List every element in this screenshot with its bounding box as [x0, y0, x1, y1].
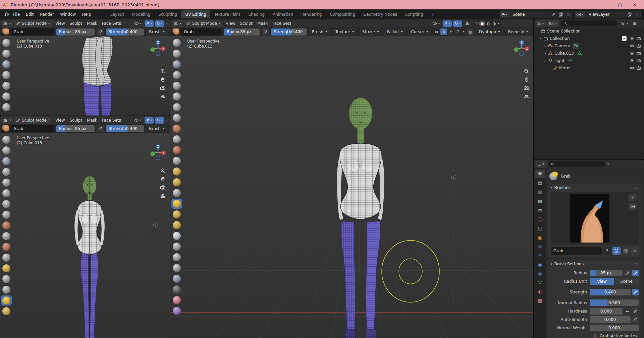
pin-scene-icon[interactable] [549, 11, 557, 18]
scene-name[interactable]: Scene [509, 12, 549, 17]
viewport-menu-item[interactable]: View [53, 20, 67, 26]
hardness-invert-icon[interactable]: ↔ [624, 308, 631, 315]
header-overflow-arrow[interactable]: ‹ [165, 118, 168, 123]
navigation-gizmo[interactable] [149, 143, 167, 161]
shading-material-icon[interactable]: ◐ [485, 21, 491, 26]
camera-view-icon[interactable] [160, 185, 166, 190]
brush-name-field[interactable]: Grab [11, 125, 54, 132]
brush-tool-icon[interactable] [171, 252, 182, 262]
outliner-row[interactable]: ▾ Collection [534, 35, 644, 42]
brush-tool-icon[interactable] [171, 59, 182, 69]
brush-tool-icon[interactable] [1, 81, 12, 91]
brush-tool-icon[interactable] [171, 102, 182, 112]
outliner-row[interactable]: Scene Collection [534, 27, 644, 35]
menu-item[interactable]: Window [57, 11, 79, 18]
brush-tool-icon[interactable] [171, 38, 182, 48]
properties-tab-icon[interactable]: ◎ [535, 269, 545, 278]
brush-tool-icon[interactable] [1, 178, 12, 188]
gizmo-toggle[interactable]: ↻ [155, 117, 164, 124]
radius-pressure-icon[interactable] [624, 270, 631, 276]
workspace-tab[interactable]: Shading [244, 10, 269, 18]
properties-tab-icon[interactable]: ◐ [535, 287, 545, 296]
brush-tool-icon[interactable] [171, 306, 182, 316]
view-layer-browse-button[interactable] [575, 11, 585, 18]
menu-item[interactable]: Help [79, 11, 94, 18]
duplicate-brush-button[interactable] [622, 247, 630, 255]
overlays-toggle[interactable] [464, 20, 471, 27]
viewport-menu-item[interactable]: Sculpt [67, 20, 84, 26]
zoom-icon[interactable] [160, 168, 166, 174]
strength-slider[interactable]: Strength0.400 [271, 28, 307, 36]
tool-dropdown[interactable]: Texture [332, 28, 357, 36]
unlink-brush-button[interactable] [631, 247, 639, 255]
gizmo-toggle[interactable]: ↻ [453, 20, 462, 27]
mode-dropdown[interactable]: Sculpt Mode [184, 20, 222, 27]
snap-toggle[interactable]: ↗ [443, 20, 452, 27]
brush-tool-icon[interactable] [1, 59, 12, 69]
expand-arrow[interactable]: ▸ [543, 44, 547, 48]
mode-dropdown[interactable]: Sculpt Mode [14, 117, 52, 124]
brush-tool-icon[interactable] [1, 285, 12, 295]
viewport-menu-item[interactable]: Sculpt [237, 20, 255, 26]
brush-tool-icon[interactable] [1, 306, 12, 316]
properties-options-dropdown[interactable] [607, 163, 609, 165]
properties-tab-icon[interactable]: ◉ [535, 260, 545, 269]
properties-editor-type-button[interactable]: ☰ [536, 161, 546, 167]
remesh-dropdown[interactable]: Remesh [505, 28, 531, 36]
viewport-menu-item[interactable]: Mask [255, 20, 270, 26]
camera-view-icon[interactable] [524, 85, 529, 91]
pan-hand-icon[interactable] [160, 77, 166, 82]
auto-smooth-slider[interactable]: 0.000 [590, 316, 631, 323]
radius-slider[interactable]: Radius85 px [224, 28, 260, 36]
outliner-row[interactable]: ▸ Cube.013 [534, 50, 644, 57]
hide-in-viewport-toggle[interactable] [629, 44, 635, 48]
properties-tab-icon[interactable]: ⚒ [535, 170, 545, 178]
disable-in-renders-toggle[interactable] [635, 36, 642, 41]
visibility-dropdown[interactable] [133, 20, 143, 27]
close-button[interactable]: ✕ [627, 0, 642, 9]
ortho-grid-icon[interactable] [160, 93, 166, 99]
hide-in-viewport-toggle[interactable] [629, 66, 635, 70]
dyntopo-dropdown[interactable]: Dyntopo [476, 28, 503, 36]
exclude-checkbox[interactable] [622, 36, 627, 41]
brush-tool-icon[interactable] [1, 145, 12, 155]
radius-pressure-icon[interactable] [262, 28, 269, 36]
outliner-row[interactable]: ▸ Camera [534, 42, 644, 50]
disable-in-renders-toggle[interactable] [635, 66, 642, 70]
panel-grip[interactable]: ∷∷ [634, 186, 639, 190]
brush-tool-icon[interactable] [1, 231, 12, 241]
brush-dropdown[interactable]: Brush [146, 125, 168, 132]
radius-pressure-icon[interactable] [97, 28, 104, 36]
brush-tool-icon[interactable] [171, 188, 182, 198]
zoom-icon[interactable] [160, 68, 166, 74]
properties-tab-icon[interactable]: ▥ [535, 188, 545, 196]
brush-tool-icon[interactable] [1, 38, 12, 48]
normal-weight-slider[interactable]: 0.000 [590, 325, 639, 331]
brush-tool-icon[interactable] [171, 284, 182, 294]
workspace-tab[interactable]: Sculpting [154, 10, 181, 18]
pan-hand-icon[interactable] [524, 77, 529, 82]
menu-item[interactable]: Render [37, 11, 57, 18]
hide-in-viewport-toggle[interactable] [629, 36, 635, 41]
brush-tool-icon[interactable] [171, 70, 182, 80]
brush-tool-icon[interactable] [1, 274, 12, 284]
brush-tool-icon[interactable] [171, 295, 182, 305]
menu-item[interactable]: Edit [23, 11, 37, 18]
workspace-tab[interactable]: UV Editing [181, 10, 210, 18]
workspace-tab[interactable]: Texture Paint [210, 10, 244, 18]
brush-tool-icon[interactable] [171, 220, 182, 230]
outliner-row[interactable]: Mirror [534, 64, 644, 72]
menu-item[interactable]: File [10, 11, 23, 18]
active-brush-thumbnail[interactable] [2, 28, 9, 35]
brush-tool-icon[interactable] [171, 166, 182, 177]
editor-type-button[interactable] [1, 117, 13, 124]
remove-view-layer-icon[interactable] [633, 11, 640, 18]
outliner-filter-button[interactable] [619, 20, 630, 27]
symmetry-y-toggle[interactable]: Y [447, 28, 454, 35]
strength-slider[interactable]: Strength0.400 [106, 28, 144, 36]
brush-tool-icon[interactable] [171, 231, 182, 241]
properties-tab-icon[interactable]: ◓ [535, 206, 545, 214]
viewport-menu-item[interactable]: Face Sets [270, 20, 294, 26]
disable-in-renders-toggle[interactable] [635, 51, 642, 56]
brushes-panel-header[interactable]: ▾ Brushes ∷∷ [548, 184, 641, 192]
